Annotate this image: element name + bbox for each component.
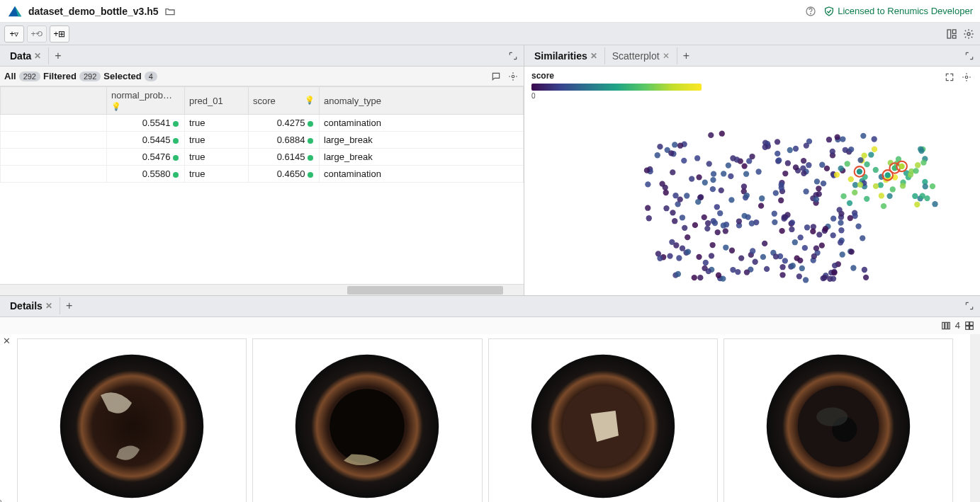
svg-point-118 [663, 190, 669, 195]
svg-point-217 [782, 215, 787, 220]
svg-point-46 [646, 215, 652, 221]
close-icon[interactable]: ✕ [663, 51, 670, 61]
svg-point-101 [824, 166, 830, 171]
svg-point-305 [899, 164, 905, 169]
tab-data[interactable]: Data ✕ [3, 47, 49, 64]
count-badge: 4 [145, 72, 157, 81]
open-folder-icon[interactable] [164, 6, 176, 17]
add-graph-button[interactable]: +⊞ [50, 25, 69, 42]
svg-point-180 [834, 172, 840, 178]
close-icon[interactable]: ✕ [590, 51, 597, 61]
add-tab-button[interactable]: + [677, 47, 695, 65]
add-tab-button[interactable]: + [49, 47, 67, 65]
svg-point-93 [881, 203, 886, 209]
svg-point-105 [802, 245, 808, 251]
table-row[interactable]: 0.5580 true0.4650 contamination [1, 166, 524, 183]
tab-scatterplot[interactable]: Scatterplot ✕ [605, 47, 677, 64]
columns-icon[interactable] [941, 321, 951, 331]
scatter-canvas[interactable] [524, 104, 980, 295]
add-tab-button[interactable]: + [60, 297, 78, 315]
svg-point-132 [696, 174, 702, 180]
tab-similarities[interactable]: Similarities ✕ [527, 47, 605, 64]
svg-point-10 [914, 202, 920, 207]
image-thumbnail[interactable] [252, 338, 482, 502]
svg-point-212 [645, 181, 650, 187]
svg-point-181 [719, 188, 724, 193]
col-normal-prob[interactable]: normal_prob… 💡 [107, 87, 185, 115]
svg-point-206 [918, 148, 924, 154]
svg-point-94 [655, 152, 660, 158]
data-table-scroll[interactable]: normal_prob… 💡 pred_01 score 💡 anomaly_t… [0, 86, 524, 284]
svg-point-187 [719, 131, 725, 137]
col-score[interactable]: score 💡 [249, 87, 320, 115]
maximize-icon[interactable] [963, 50, 976, 62]
svg-point-111 [838, 227, 844, 233]
svg-point-140 [855, 223, 861, 229]
settings-icon[interactable] [962, 27, 976, 41]
svg-point-107 [801, 158, 806, 164]
svg-point-234 [776, 157, 782, 163]
svg-point-133 [670, 169, 675, 175]
tab-label: Data [10, 50, 31, 62]
add-link-button[interactable]: +⟲ [27, 25, 47, 42]
svg-point-221 [857, 157, 863, 163]
svg-point-203 [703, 260, 709, 266]
svg-point-25 [743, 171, 749, 177]
table-row[interactable]: 0.5541 true0.4275 contamination [1, 115, 524, 132]
svg-rect-315 [966, 326, 969, 329]
shield-check-icon [823, 6, 835, 17]
filter-selected[interactable]: Selected 4 [103, 71, 157, 81]
scatter-settings-icon[interactable] [960, 71, 973, 84]
data-tabs: Data ✕ + [0, 45, 524, 67]
filter-all[interactable]: All 292 [4, 71, 40, 81]
data-panel: Data ✕ + All 292 Filtered 292 Selected 4 [0, 45, 524, 295]
svg-rect-316 [970, 326, 974, 329]
svg-point-67 [793, 146, 799, 152]
svg-rect-311 [945, 322, 947, 329]
svg-point-116 [704, 226, 710, 232]
layout-reset-icon[interactable] [945, 27, 959, 41]
maximize-icon[interactable] [507, 50, 519, 62]
horizontal-scrollbar[interactable] [0, 284, 524, 295]
svg-point-155 [772, 219, 777, 225]
filename-label: dataset_demo_bottle_v3.h5 [28, 6, 159, 17]
svg-point-50 [796, 273, 802, 279]
panel-settings-icon[interactable] [507, 70, 519, 83]
svg-point-17 [821, 181, 826, 186]
svg-point-112 [726, 162, 731, 168]
image-thumbnail[interactable] [723, 338, 953, 502]
close-icon[interactable]: ✕ [45, 301, 52, 311]
table-row[interactable]: 0.5445 true0.6884 large_break [1, 132, 524, 149]
image-thumbnail[interactable] [17, 338, 247, 502]
svg-point-184 [800, 166, 806, 171]
svg-point-189 [848, 147, 854, 152]
vertical-scrollbar[interactable] [970, 334, 980, 502]
expand-icon[interactable] [943, 71, 956, 84]
image-thumbnail[interactable] [488, 338, 718, 502]
details-tabs: Details ✕ + [0, 296, 980, 317]
close-icon[interactable]: ✕ [34, 51, 41, 61]
grid-icon[interactable] [964, 321, 974, 331]
column-count: 4 [955, 320, 960, 331]
scrollbar-thumb[interactable] [347, 286, 503, 295]
svg-point-183 [684, 193, 689, 198]
close-details-icon[interactable]: ✕ [3, 336, 11, 346]
help-icon[interactable] [805, 6, 816, 17]
svg-point-61 [709, 242, 715, 248]
filter-filtered[interactable]: Filtered 292 [43, 71, 101, 81]
svg-point-246 [838, 166, 844, 171]
chat-icon[interactable] [490, 70, 502, 83]
add-filter-button[interactable]: +▿ [4, 25, 24, 42]
col-anomaly-type[interactable]: anomaly_type [320, 87, 524, 115]
table-row[interactable]: 0.5476 true0.6145 large_break [1, 149, 524, 166]
svg-point-164 [692, 275, 697, 280]
tab-details[interactable]: Details ✕ [3, 297, 60, 314]
col-pred01[interactable]: pred_01 [185, 87, 249, 115]
svg-point-136 [793, 164, 799, 170]
svg-point-97 [708, 132, 714, 138]
similarities-panel: Similarities ✕ Scatterplot ✕ + score 0 [524, 45, 980, 295]
col-blank[interactable] [1, 87, 107, 115]
svg-point-268 [721, 222, 726, 228]
svg-point-258 [672, 193, 678, 198]
maximize-icon[interactable] [963, 300, 976, 312]
